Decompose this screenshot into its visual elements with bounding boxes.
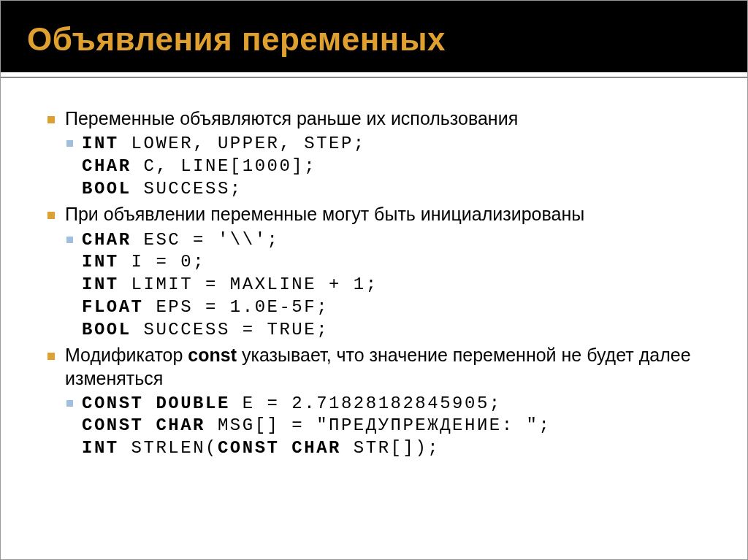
slide: Объявления переменных Переменные объявля… <box>0 0 748 560</box>
slide-content: Переменные объявляются раньше их использ… <box>1 78 747 559</box>
bullet-text: При объявлении переменные могут быть ини… <box>65 203 584 226</box>
bullet-square-icon <box>66 400 73 407</box>
code-block: CHAR ESC = '\\'; INT I = 0; INT LIMIT = … <box>82 229 378 342</box>
code-item: INT LOWER, UPPER, STEP; CHAR C, LINE[100… <box>66 133 712 200</box>
code-block: CONST DOUBLE E = 2.71828182845905; CONST… <box>82 393 551 460</box>
bullet-text: Модификатор const указывает, что значени… <box>65 344 712 390</box>
title-bar: Объявления переменных <box>1 1 747 72</box>
slide-title: Объявления переменных <box>27 21 721 58</box>
code-item: CHAR ESC = '\\'; INT I = 0; INT LIMIT = … <box>66 229 712 342</box>
bullet-square-icon <box>66 140 73 147</box>
bullet-item: При объявлении переменные могут быть ини… <box>47 203 712 226</box>
code-item: CONST DOUBLE E = 2.71828182845905; CONST… <box>66 393 712 460</box>
bullet-square-icon <box>47 212 55 219</box>
bullet-square-icon <box>47 353 55 360</box>
bullet-square-icon <box>47 116 55 123</box>
bullet-square-icon <box>66 237 73 243</box>
bullet-item: Переменные объявляются раньше их использ… <box>47 107 712 130</box>
bullet-item: Модификатор const указывает, что значени… <box>47 344 712 390</box>
code-block: INT LOWER, UPPER, STEP; CHAR C, LINE[100… <box>82 133 366 200</box>
bullet-text: Переменные объявляются раньше их использ… <box>65 107 518 130</box>
